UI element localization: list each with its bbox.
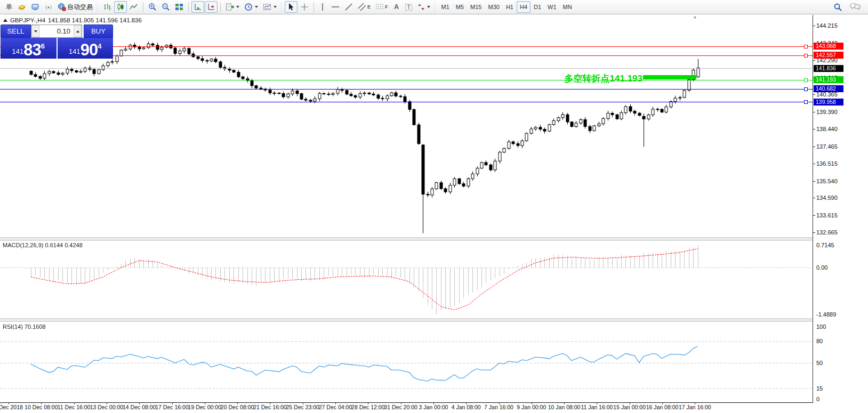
- bar-chart-style-button[interactable]: [101, 1, 114, 13]
- price-level-line[interactable]: [0, 46, 813, 47]
- macd-canvas[interactable]: [0, 240, 813, 319]
- volume-decrease-button[interactable]: [31, 25, 39, 37]
- price-tick-mark: [813, 60, 815, 61]
- price-level-line[interactable]: [0, 89, 813, 90]
- crosshair-tool-button[interactable]: [298, 1, 311, 13]
- level-handle[interactable]: [804, 54, 808, 58]
- timeframe-d1[interactable]: D1: [531, 1, 544, 13]
- zoom-out-button[interactable]: [159, 1, 172, 13]
- time-axis-label: 17 Jan 16:00: [679, 404, 711, 410]
- cursor-tool-button[interactable]: [285, 1, 298, 13]
- time-axis-label: 19 Dec 00:00: [188, 404, 221, 410]
- sell-price-prefix: 141: [12, 47, 24, 55]
- price-tick-mark: [813, 232, 815, 233]
- price-level-badge: 139.958: [814, 99, 843, 106]
- text-label-tool[interactable]: T: [403, 1, 415, 13]
- pane-separator[interactable]: [0, 238, 813, 240]
- symbol-period: GBPJPY-,H4: [10, 17, 45, 23]
- price-level-badge: 142.557: [814, 52, 843, 59]
- arrows-icon: [417, 3, 425, 11]
- toolbar-grip: [281, 2, 283, 12]
- price-tick-mark: [813, 129, 815, 129]
- time-axis-label: 16 Jan 08:00: [646, 404, 679, 410]
- templates-button[interactable]: [261, 1, 279, 13]
- time-axis-label: 15 Jan 00:00: [613, 404, 646, 410]
- time-axis-label: 11 Jan 16:00: [581, 404, 613, 410]
- toolbar-separator: [314, 2, 314, 12]
- price-level-line[interactable]: [0, 80, 813, 80]
- time-axis-label: 14 Dec 08:00: [123, 404, 156, 410]
- collapse-triangle-icon[interactable]: [3, 19, 7, 22]
- price-tick-label: 135.540: [816, 178, 838, 184]
- buy-price[interactable]: 141 90 4: [58, 38, 114, 59]
- line-chart-style-button[interactable]: [127, 1, 140, 13]
- timeframe-m5[interactable]: M5: [453, 1, 467, 13]
- equidistant-channel-tool[interactable]: E: [356, 1, 373, 13]
- level-handle[interactable]: [804, 100, 808, 104]
- price-tick-label: 138.440: [816, 126, 838, 132]
- volume-input[interactable]: 0.10: [39, 25, 74, 37]
- level-handle[interactable]: [804, 78, 808, 82]
- time-axis-label: 3 Jan 00:00: [419, 404, 448, 410]
- time-axis-label: 25 Dec 23:00: [286, 404, 319, 410]
- periods-button[interactable]: [242, 1, 260, 13]
- timeframe-m30[interactable]: M30: [485, 1, 502, 13]
- cursor-arrow-icon: [287, 3, 295, 11]
- timeframe-m15[interactable]: M15: [467, 1, 485, 13]
- toolbar-separator: [220, 2, 221, 12]
- arrows-tool[interactable]: [415, 1, 432, 13]
- level-handle[interactable]: [804, 45, 808, 48]
- search-icon[interactable]: [831, 1, 845, 13]
- time-axis-label: 10 Dec 08:00: [25, 404, 58, 410]
- price-axis-line: [813, 15, 813, 402]
- price-level-line[interactable]: [0, 68, 813, 69]
- terminal-window-icon[interactable]: [29, 1, 42, 13]
- auto-scroll-button[interactable]: [191, 1, 204, 13]
- sell-price[interactable]: 141 83 6: [1, 38, 57, 59]
- vertical-line-tool[interactable]: [317, 1, 328, 13]
- price-level-line[interactable]: [0, 55, 813, 56]
- price-tick-mark: [813, 26, 815, 26]
- time-axis-label: 9 Jan 00:00: [517, 404, 546, 410]
- rsi-label: RSI(14) 70.1608: [3, 323, 46, 330]
- chart-shift-button[interactable]: [205, 1, 218, 13]
- chat-icon[interactable]: [848, 1, 863, 13]
- buy-button[interactable]: BUY: [84, 25, 113, 38]
- pane-separator[interactable]: [0, 319, 813, 321]
- sell-button[interactable]: SELL: [1, 25, 31, 38]
- volume-increase-button[interactable]: [74, 25, 82, 37]
- price-tick-mark: [813, 215, 815, 216]
- level-handle[interactable]: [804, 87, 808, 91]
- new-order-button[interactable]: 单: [3, 1, 15, 13]
- timeframe-mn[interactable]: MN: [560, 1, 575, 13]
- time-axis-label: 20 Dec 08:00: [221, 404, 254, 410]
- autotrade-button[interactable]: 自动交易: [55, 1, 95, 13]
- time-axis-label: 7 Jan 16:00: [484, 404, 513, 410]
- timeframe-w1[interactable]: W1: [544, 1, 560, 13]
- price-level-line[interactable]: [0, 102, 813, 102]
- macd-label: MACD(12,26,9) 0.6144 0.4248: [3, 242, 83, 248]
- price-level-badge: 141.836: [814, 65, 843, 72]
- indicators-button[interactable]: [223, 1, 242, 13]
- trendline-tool[interactable]: [342, 1, 355, 13]
- history-center-icon[interactable]: [15, 1, 28, 13]
- time-axis-label: 7 Dec 2018: [0, 404, 23, 410]
- timeframe-h1[interactable]: H1: [503, 1, 517, 13]
- signals-icon[interactable]: [42, 1, 55, 13]
- text-tool[interactable]: A: [391, 1, 403, 13]
- fibonacci-tool[interactable]: F: [373, 1, 390, 13]
- horizontal-line-tool[interactable]: [329, 1, 342, 13]
- auto-scroll-icon: [194, 3, 202, 11]
- price-level-badge: 140.682: [814, 85, 843, 92]
- main-chart-canvas[interactable]: [0, 15, 813, 238]
- tile-windows-button[interactable]: [173, 1, 186, 13]
- rsi-canvas[interactable]: [0, 322, 813, 402]
- rsi-scale-label: 0: [816, 396, 819, 402]
- timeframe-h4[interactable]: H4: [517, 1, 531, 13]
- zoom-in-button[interactable]: [146, 1, 159, 13]
- timeframe-m1[interactable]: M1: [438, 1, 453, 13]
- time-axis-label: 17 Dec 16:00: [155, 404, 188, 410]
- scroll-end-marker-icon[interactable]: ▾: [694, 14, 696, 20]
- candlestick-style-button[interactable]: [114, 1, 127, 13]
- candlestick-icon: [116, 3, 125, 11]
